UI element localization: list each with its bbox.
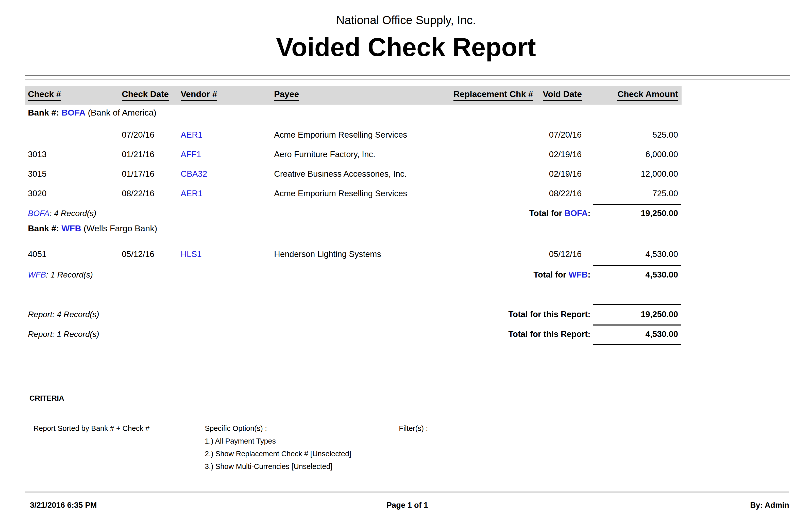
payee: Aero Furniture Factory, Inc. <box>274 150 453 159</box>
bank-group-header-bofa: Bank #: BOFA (Bank of America) <box>28 108 156 118</box>
bank-group-header-wfb: Bank #: WFB (Wells Fargo Bank) <box>28 224 157 233</box>
vendor-code-link[interactable]: AER1 <box>181 130 274 140</box>
criteria-option: 2.) Show Replacement Check # [Unselected… <box>205 447 399 460</box>
check-amount: 12,000.00 <box>586 169 681 179</box>
bank-number-label: Bank #: <box>28 108 59 117</box>
report-total-amount: 4,530.00 <box>590 329 681 339</box>
vendor-code-link[interactable]: HLS1 <box>181 249 274 259</box>
check-number: 3020 <box>28 189 122 198</box>
footer: 3/21/2016 6:35 PM Page 1 of 1 By: Admin <box>25 501 789 512</box>
bank-code-link[interactable]: BOFA <box>61 108 85 117</box>
bank-code: WFB <box>28 270 46 279</box>
table-row: 3020 08/22/16 AER1 Acme Emporium Reselli… <box>25 184 681 203</box>
bank-record-count: WFB: 1 Record(s) <box>25 270 464 280</box>
vendor-code-link[interactable]: AFF1 <box>181 150 274 159</box>
page-number: Page 1 of 1 <box>25 501 789 510</box>
column-header-check-date: Check Date <box>122 89 181 101</box>
check-date: 08/22/16 <box>122 189 181 198</box>
vendor-code-link[interactable]: CBA32 <box>181 169 274 179</box>
void-date: 05/12/16 <box>543 249 586 259</box>
column-header-void-date: Void Date <box>543 89 586 101</box>
check-amount: 4,530.00 <box>586 249 681 259</box>
criteria-option: 1.) All Payment Types <box>205 435 399 447</box>
report-total-rule-top <box>593 304 681 305</box>
criteria-heading: CRITERIA <box>29 394 64 402</box>
bank-total-amount: 19,250.00 <box>590 208 681 218</box>
bank-total-amount: 4,530.00 <box>590 270 681 280</box>
column-header-replacement: Replacement Chk # <box>453 89 543 101</box>
bank-code: BOFA <box>28 209 50 218</box>
check-number: 4051 <box>28 249 122 259</box>
check-amount: 6,000.00 <box>586 150 681 159</box>
check-date: 05/12/16 <box>122 249 181 259</box>
void-date: 07/20/16 <box>543 130 586 140</box>
bank-number-label: Bank #: <box>28 224 59 233</box>
bank-name: (Bank of America) <box>88 108 156 117</box>
report-page: National Office Supply, Inc. Voided Chec… <box>0 0 812 520</box>
bank-total-row-wfb: WFB: 1 Record(s) Total for WFB: 4,530.00 <box>25 266 681 284</box>
bank-bofa-rows: 07/20/16 AER1 Acme Emporium Reselling Se… <box>25 125 681 203</box>
check-number: 3013 <box>28 150 122 159</box>
column-header-amount: Check Amount <box>586 89 681 101</box>
criteria-sort-order: Report Sorted by Bank # + Check # <box>33 422 205 473</box>
table-row: 3013 01/21/16 AFF1 Aero Furniture Factor… <box>25 145 681 164</box>
report-record-count: Report: 1 Record(s) <box>25 330 464 339</box>
criteria-option: 3.) Show Multi-Currencies [Unselected] <box>205 460 399 473</box>
printed-by: By: Admin <box>750 501 789 510</box>
bank-record-count: BOFA: 4 Record(s) <box>25 209 464 218</box>
criteria-options-label: Specific Option(s) : <box>205 422 399 435</box>
column-header-payee: Payee <box>274 89 453 101</box>
void-date: 02/19/16 <box>543 150 586 159</box>
table-header-row: Check # Check Date Vendor # Payee Replac… <box>25 86 681 105</box>
bank-total-row-bofa: BOFA: 4 Record(s) Total for BOFA: 19,250… <box>25 204 681 222</box>
vendor-code-link[interactable]: AER1 <box>181 189 274 198</box>
table-row: 07/20/16 AER1 Acme Emporium Reselling Se… <box>25 125 681 145</box>
criteria-options: Specific Option(s) : 1.) All Payment Typ… <box>205 422 399 473</box>
table-row: 3015 01/17/16 CBA32 Creative Business Ac… <box>25 164 681 184</box>
check-date: 01/17/16 <box>122 169 181 179</box>
company-name: National Office Supply, Inc. <box>0 13 812 27</box>
criteria-section: Report Sorted by Bank # + Check # Specif… <box>33 422 428 473</box>
footer-separator-light <box>25 492 789 493</box>
title-separator-dark <box>25 75 790 76</box>
check-amount: 725.00 <box>586 189 681 198</box>
criteria-filters-label: Filter(s) : <box>399 422 428 473</box>
report-total-amount: 19,250.00 <box>590 310 681 319</box>
payee: Creative Business Accessories, Inc. <box>274 169 453 179</box>
payee: Acme Emporium Reselling Services <box>274 189 453 198</box>
report-record-count: Report: 4 Record(s) <box>25 310 464 319</box>
title-separator-light <box>25 79 790 80</box>
column-header-vendor: Vendor # <box>181 89 274 101</box>
report-total-rule-bottom <box>593 344 681 345</box>
check-number: 3015 <box>28 169 122 179</box>
payee: Henderson Lighting Systems <box>274 249 453 259</box>
table-row: 4051 05/12/16 HLS1 Henderson Lighting Sy… <box>25 244 681 264</box>
bank-total-label: Total for WFB: <box>464 270 590 280</box>
bank-name: (Wells Fargo Bank) <box>83 224 157 233</box>
page-title: Voided Check Report <box>0 32 812 62</box>
report-total-row: Report: 1 Record(s) Total for this Repor… <box>25 325 681 343</box>
void-date: 08/22/16 <box>543 189 586 198</box>
column-header-check: Check # <box>28 89 122 101</box>
bank-total-label: Total for BOFA: <box>464 208 590 218</box>
payee: Acme Emporium Reselling Services <box>274 130 453 140</box>
report-total-label: Total for this Report: <box>464 329 590 339</box>
check-amount: 525.00 <box>586 130 681 140</box>
bank-wfb-rows: 4051 05/12/16 HLS1 Henderson Lighting Sy… <box>25 244 681 264</box>
void-date: 02/19/16 <box>543 169 586 179</box>
check-date: 01/21/16 <box>122 150 181 159</box>
check-date: 07/20/16 <box>122 130 181 140</box>
report-total-row: Report: 4 Record(s) Total for this Repor… <box>25 306 681 323</box>
report-total-label: Total for this Report: <box>464 310 590 319</box>
bank-code-link[interactable]: WFB <box>61 224 81 233</box>
